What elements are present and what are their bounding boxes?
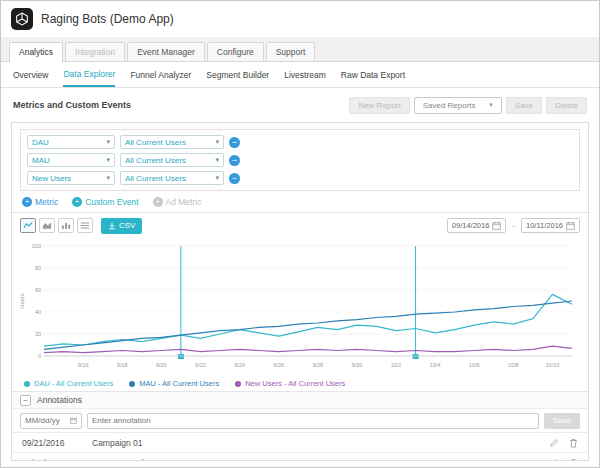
section-bar: Metrics and Custom Events New Report Sav… [1,88,599,122]
annotation-text-input[interactable] [92,416,534,425]
page-title: Raging Bots (Demo App) [41,12,174,26]
plus-circle-icon: + [153,197,163,207]
data-explorer-panel: DAU ▾ All Current Users ▾ − MAU ▾ All Cu… [11,122,589,461]
segment-select[interactable]: All Current Users ▾ [120,135,224,149]
subtab-funnel-analyzer[interactable]: Funnel Analyzer [130,63,191,86]
svg-text:9/30: 9/30 [352,362,363,368]
tab-support[interactable]: Support [266,42,316,61]
line-chart-icon [23,221,33,230]
date-to-input[interactable]: 10/11/2016 [521,218,580,233]
svg-text:60: 60 [35,287,41,293]
svg-text:9/16: 9/16 [78,362,89,368]
tab-analytics[interactable]: Analytics [9,42,63,62]
plus-circle-icon: + [72,197,82,207]
subtab-overview[interactable]: Overview [13,63,48,86]
legend-label: MAU - All Current Users [139,379,219,388]
table-view-icon [80,221,90,230]
chevron-down-icon: ▾ [106,174,110,182]
annotation-text: Campaign 01 [92,438,550,448]
tab-event-manager[interactable]: Event Manager [127,42,205,61]
annotation-actions [550,438,578,448]
edit-pencil-icon[interactable] [550,438,559,447]
annotation-actions [550,458,578,462]
save-annotation-button[interactable]: Save [544,413,580,429]
add-custom-event-button[interactable]: + Custom Event [72,197,138,207]
svg-text:100: 100 [32,243,41,249]
subtab-segment-builder[interactable]: Segment Builder [206,63,269,86]
delete-trash-icon[interactable] [569,458,578,462]
legend-label: New Users - All Current Users [245,379,345,388]
svg-text:10/4: 10/4 [430,362,441,368]
add-custom-event-label: Custom Event [85,197,138,207]
annotation-date-input[interactable] [25,416,67,425]
add-ad-metric-button[interactable]: + Ad Metric [153,197,202,207]
save-report-button[interactable]: Save [506,97,542,114]
svg-text:20: 20 [35,331,41,337]
metrics-chart: 020406080100Users9/169/189/209/229/249/2… [18,238,580,372]
metric-row: MAU ▾ All Current Users ▾ − [27,153,573,167]
chart-legend: DAU - All Current Users MAU - All Curren… [12,376,588,391]
add-metric-button[interactable]: + Metric [22,197,58,207]
subtab-raw-data-export[interactable]: Raw Data Export [341,63,405,86]
segment-select-value: All Current Users [125,174,186,183]
metric-select[interactable]: DAU ▾ [27,135,115,149]
chart-toolbar: CSV 09/14/2016 - 10/11/2016 [12,213,588,238]
csv-label: CSV [119,221,135,230]
annotation-date-field[interactable] [20,413,82,429]
legend-dot-icon [24,381,30,387]
tab-configure[interactable]: Configure [207,42,264,61]
remove-metric-icon[interactable]: − [229,155,240,166]
csv-download-button[interactable]: CSV [101,218,142,234]
svg-text:80: 80 [35,265,41,271]
line-chart-icon-button[interactable] [20,218,36,233]
remove-metric-icon[interactable]: − [229,137,240,148]
segment-select-value: All Current Users [125,138,186,147]
saved-reports-dropdown[interactable]: Saved Reports ▾ [414,97,502,114]
metric-select[interactable]: MAU ▾ [27,153,115,167]
annotation-text: Feature A Release [92,458,550,462]
svg-text:9/22: 9/22 [195,362,206,368]
svg-text:9/20: 9/20 [156,362,167,368]
chevron-down-icon: ▾ [215,138,219,146]
date-to-value: 10/11/2016 [526,221,563,230]
metric-select[interactable]: New Users ▾ [27,171,115,185]
saved-reports-value: Saved Reports [423,101,476,110]
plus-circle-icon: + [22,197,32,207]
chevron-down-icon: ▾ [106,156,110,164]
tab-integration[interactable]: Integration [65,42,125,61]
table-view-icon-button[interactable] [77,218,93,233]
area-chart-icon-button[interactable] [39,218,55,233]
metric-row: New Users ▾ All Current Users ▾ − [27,171,573,185]
collapse-annotations-button[interactable]: − [20,395,31,406]
legend-label: DAU - All Current Users [34,379,113,388]
chevron-down-icon: ▾ [489,101,493,109]
svg-text:9/24: 9/24 [234,362,245,368]
chevron-down-icon: ▾ [215,156,219,164]
calendar-icon [566,221,575,230]
annotations-title: Annotations [37,395,82,405]
annotation-row: 10/03/2016 Feature A Release [12,452,588,461]
legend-item-new-users: New Users - All Current Users [235,379,345,388]
svg-text:Users: Users [19,293,25,309]
segment-select-value: All Current Users [125,156,186,165]
segment-select[interactable]: All Current Users ▾ [120,153,224,167]
annotation-text-field[interactable] [87,413,539,429]
report-actions: New Report Saved Reports ▾ Save Delete [349,97,587,114]
annotation-date: 10/03/2016 [22,458,92,462]
segment-select[interactable]: All Current Users ▾ [120,171,224,185]
remove-metric-icon[interactable]: − [229,173,240,184]
delete-trash-icon[interactable] [569,438,578,448]
date-range-separator: - [512,221,515,230]
subtab-livestream[interactable]: Livestream [284,63,326,86]
new-report-button[interactable]: New Report [349,97,409,114]
chevron-down-icon: ▾ [215,174,219,182]
annotation-row: 09/21/2016 Campaign 01 [12,432,588,452]
main-tab-bar: Analytics Integration Event Manager Conf… [1,37,599,62]
subtab-data-explorer[interactable]: Data Explorer [63,62,115,87]
bar-chart-icon-button[interactable] [58,218,74,233]
download-icon [108,222,116,230]
metric-row: DAU ▾ All Current Users ▾ − [27,135,573,149]
delete-report-button[interactable]: Delete [546,97,587,114]
edit-pencil-icon[interactable] [550,458,559,461]
date-from-input[interactable]: 09/14/2016 [447,218,507,233]
